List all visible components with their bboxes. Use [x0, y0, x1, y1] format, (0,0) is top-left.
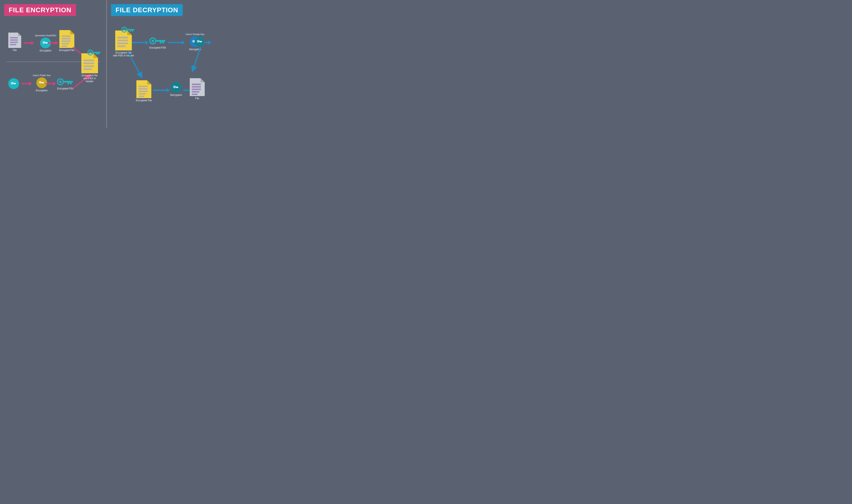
svg-rect-83 [199, 41, 202, 42]
svg-rect-53 [84, 68, 92, 70]
svg-rect-108 [192, 89, 201, 90]
r-dec2-label: Decryption [170, 94, 182, 96]
r-small-key-circle [195, 37, 205, 47]
svg-rect-33 [43, 83, 43, 84]
svg-rect-63 [117, 42, 128, 44]
svg-point-68 [152, 40, 154, 42]
svg-point-98 [174, 87, 175, 87]
svg-rect-100 [177, 87, 178, 88]
svg-rect-35 [46, 83, 54, 84]
svg-rect-28 [22, 83, 30, 84]
svg-rect-17 [61, 35, 71, 37]
svg-rect-56 [126, 29, 134, 30]
svg-rect-109 [192, 91, 199, 92]
svg-rect-4 [10, 42, 18, 43]
svg-rect-10 [45, 42, 48, 43]
arrow-to-enc-file [48, 41, 58, 46]
svg-rect-3 [10, 39, 18, 41]
public-key-group [8, 78, 19, 89]
svg-rect-50 [84, 59, 94, 61]
svg-rect-101 [176, 87, 177, 88]
result-label: Encrypted Filewith FEK in header [79, 74, 100, 83]
svg-point-24 [12, 83, 13, 84]
svg-rect-11 [47, 43, 47, 43]
svg-rect-6 [24, 42, 32, 43]
svg-rect-107 [192, 86, 201, 88]
svg-rect-61 [117, 37, 128, 38]
svg-rect-25 [13, 83, 16, 84]
svg-marker-36 [53, 82, 56, 86]
svg-rect-46 [98, 53, 99, 54]
r-arrow-to-dec1 [168, 40, 185, 46]
arrow-to-encryption [24, 41, 34, 46]
encrypted-fek-label: Encrypted FEK [57, 87, 74, 90]
left-content: File Symmetric Key(FEK) [4, 20, 102, 124]
svg-marker-16 [70, 30, 74, 34]
svg-marker-14 [55, 41, 58, 45]
right-content: Encrypted Filewith FEK in header En [111, 20, 209, 124]
svg-rect-90 [139, 86, 148, 87]
r-arrow-diag-down2 [188, 47, 205, 75]
svg-rect-32 [41, 82, 44, 83]
svg-rect-39 [63, 81, 73, 83]
arrow-to-enc-fek [46, 82, 56, 87]
svg-marker-1 [18, 33, 21, 36]
svg-rect-110 [192, 94, 198, 95]
encrypted-file-doc: Encryped File [59, 30, 74, 52]
svg-rect-20 [61, 43, 69, 44]
r-arrow-to-enc-fek [132, 40, 148, 46]
r-enc-file-label: Encrypted File [136, 99, 152, 102]
svg-marker-105 [200, 78, 205, 83]
svg-point-9 [43, 42, 45, 43]
svg-point-75 [193, 41, 194, 42]
r-arrow-diag-down [122, 51, 146, 81]
svg-rect-40 [70, 83, 72, 84]
public-key-label: User's Public Key [33, 74, 51, 76]
file-label: File [13, 49, 17, 52]
svg-rect-106 [192, 84, 201, 85]
file-doc: File [8, 33, 21, 52]
main-container: FILE ENCRYPTION File [0, 0, 213, 128]
svg-rect-2 [10, 37, 18, 38]
svg-rect-92 [139, 91, 148, 92]
svg-rect-5 [10, 44, 16, 45]
svg-rect-64 [117, 46, 126, 47]
svg-rect-41 [68, 83, 69, 84]
result-doc-group: Encrypted Filewith FEK in header [79, 53, 100, 83]
svg-rect-19 [61, 40, 71, 42]
r-small-key-icon [195, 37, 205, 47]
svg-rect-45 [93, 52, 101, 53]
right-title: FILE DECRYPTION [111, 4, 183, 16]
svg-rect-99 [175, 87, 178, 87]
encrypted-fek-group: Encrypted FEK [57, 77, 74, 90]
r-arrow-to-dec2 [153, 88, 170, 93]
encryption2-label: Encryption [36, 89, 48, 92]
svg-rect-95 [153, 90, 167, 91]
svg-rect-47 [96, 53, 97, 54]
svg-marker-89 [147, 80, 152, 85]
svg-point-55 [123, 29, 125, 31]
svg-rect-70 [162, 42, 164, 43]
svg-rect-57 [132, 30, 133, 32]
svg-rect-69 [155, 40, 165, 42]
svg-point-82 [198, 41, 198, 42]
svg-line-87 [192, 47, 200, 72]
svg-rect-93 [139, 93, 146, 95]
svg-line-86 [128, 51, 142, 78]
svg-rect-58 [130, 30, 131, 32]
private-key-label: User's Private Key [186, 33, 205, 35]
svg-rect-85 [200, 42, 200, 42]
encrypted-file-label: Encryped File [59, 49, 74, 52]
svg-rect-27 [14, 84, 15, 84]
svg-marker-96 [167, 88, 170, 92]
r-enc-fek-label: Encrypted FEK [149, 46, 166, 49]
svg-rect-12 [46, 43, 46, 43]
svg-point-44 [89, 52, 91, 54]
svg-marker-73 [182, 40, 185, 44]
svg-point-31 [40, 82, 40, 83]
public-key-circle [8, 78, 19, 89]
r-dec2-circle [171, 82, 181, 93]
svg-rect-21 [61, 46, 67, 47]
svg-rect-65 [132, 42, 146, 43]
left-title: FILE ENCRYPTION [4, 4, 76, 16]
